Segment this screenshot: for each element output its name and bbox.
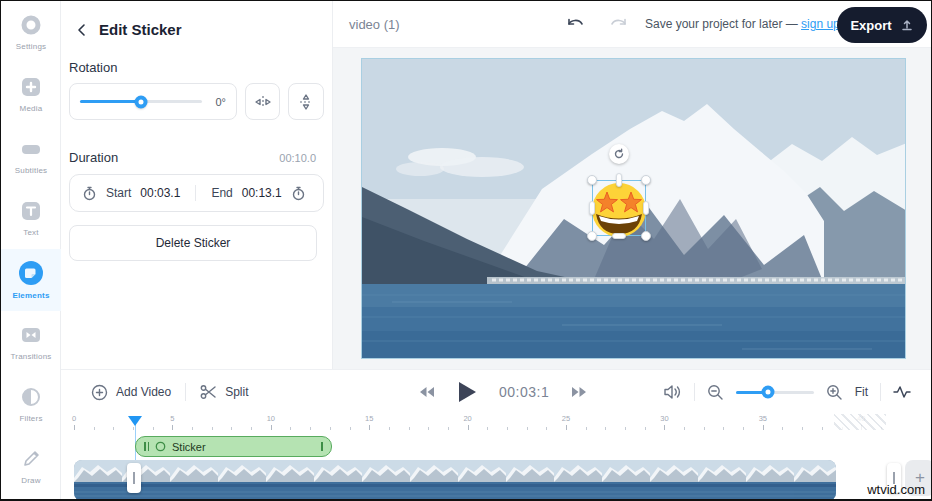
start-time-value[interactable]: 00:03.1 [140,186,180,200]
video-left-trim-handle[interactable] [127,463,141,493]
right-resize-handle[interactable] [643,201,649,215]
pencil-icon [19,447,43,471]
video-thumbnail [170,460,218,501]
sidebar-item-label: Media [20,104,43,113]
sidebar-item-subtitles[interactable]: Subtitles [1,125,61,187]
zoom-in-icon[interactable] [826,384,843,401]
corner-handle-nw[interactable] [587,175,597,185]
rotation-value: 0° [210,96,226,108]
clip-left-trim-handle[interactable] [144,442,149,451]
corner-handle-sw[interactable] [587,231,597,241]
timeline-toolbar: Add Video Split 00:03:1 [61,370,932,414]
sidebar-item-label: Settings [16,42,47,51]
volume-icon[interactable] [663,384,682,400]
add-video-button[interactable]: Add Video [91,384,171,401]
sidebar-item-partial[interactable] [1,497,61,501]
playhead[interactable] [128,416,142,426]
timeline-ruler[interactable]: 0510152025303540 [61,414,932,431]
sidebar-item-label: Transitions [10,352,51,361]
top-resize-handle[interactable] [616,173,622,187]
video-thumbnail [554,460,602,501]
add-video-label: Add Video [116,385,171,399]
top-bar: video (1) Save your project for later — … [333,1,932,48]
transitions-icon [19,323,43,347]
add-circle-icon [91,384,108,401]
waveform-icon[interactable] [893,385,911,399]
zoom-out-icon[interactable] [707,384,724,401]
video-thumbnail [698,460,746,501]
elements-sticker-icon [18,260,44,286]
zoom-slider-thumb[interactable] [762,386,775,399]
sidebar-item-elements[interactable]: Elements [1,249,61,311]
current-time: 00:03:1 [499,384,549,400]
video-thumbnail [74,460,122,501]
redo-icon[interactable] [607,16,629,32]
video-thumbnail [602,460,650,501]
divider [880,383,881,401]
video-thumbnail [794,460,836,501]
sticker-clip-icon [155,441,166,452]
upload-icon [900,18,914,32]
duration-label: Duration [61,150,126,165]
end-time-value[interactable]: 00:13.1 [242,186,282,200]
flip-vertical-button[interactable] [288,83,324,120]
back-chevron-icon[interactable] [75,23,89,37]
rewind-icon[interactable] [419,386,435,398]
play-icon[interactable] [457,381,477,403]
rotate-handle[interactable] [609,144,629,164]
flip-vertical-icon [298,92,314,112]
corner-handle-se[interactable] [641,231,651,241]
tool-sidebar: Settings Media Subtitles Text Elements T… [1,1,61,499]
duration-box: Start 00:03.1 End 00:13.1 [69,174,324,212]
rotation-label: Rotation [61,60,332,75]
sidebar-item-filters[interactable]: Filters [1,373,61,435]
video-canvas[interactable] [361,58,906,359]
split-button[interactable]: Split [200,384,248,400]
corner-handle-ne[interactable] [641,175,651,185]
export-button[interactable]: Export [837,7,927,43]
left-resize-handle[interactable] [589,201,595,215]
project-title[interactable]: video (1) [349,17,400,32]
fast-forward-icon[interactable] [571,386,587,398]
divider [195,185,196,201]
timeline-overflow-hatch [834,414,886,430]
clip-right-trim-handle[interactable] [321,442,323,451]
sidebar-item-media[interactable]: Media [1,63,61,125]
sidebar-item-label: Subtitles [15,166,47,175]
timeline-zoom-slider[interactable] [736,391,814,394]
sticker-clip[interactable]: Sticker [135,436,332,457]
undo-icon[interactable] [565,16,587,32]
start-label: Start [106,186,131,200]
divider [694,383,695,401]
sidebar-item-transitions[interactable]: Transitions [1,311,61,373]
edit-sticker-panel: Edit Sticker Rotation 0° Duration 00:10.… [61,1,333,369]
stopwatch-icon [82,186,97,201]
rotation-slider-thumb[interactable] [134,95,147,108]
video-thumbnail [506,460,554,501]
sidebar-item-settings[interactable]: Settings [1,1,61,63]
split-label: Split [225,385,248,399]
flip-horizontal-button[interactable] [245,83,281,120]
sidebar-item-text[interactable]: Text [1,187,61,249]
divider [185,383,186,401]
add-media-icon [19,75,43,99]
export-label: Export [850,18,891,33]
save-prompt-text: Save your project for later — [645,17,798,31]
video-thumbnail [362,460,410,501]
video-thumbnail [266,460,314,501]
gear-icon [19,13,43,37]
video-thumbnail [218,460,266,501]
sidebar-item-draw[interactable]: Draw [1,435,61,497]
fit-button[interactable]: Fit [855,385,868,399]
video-clip-track[interactable] [74,460,836,501]
video-thumbnail [410,460,458,501]
duration-total: 00:10.0 [279,152,316,164]
sign-up-link[interactable]: sign up [801,17,840,31]
panel-title: Edit Sticker [99,21,182,38]
delete-sticker-button[interactable]: Delete Sticker [69,225,317,261]
sticker-selection[interactable] [592,180,646,236]
video-thumbnail [650,460,698,501]
bottom-resize-handle[interactable] [612,233,626,239]
rotation-slider[interactable] [80,100,202,103]
sidebar-item-label: Draw [21,476,40,485]
